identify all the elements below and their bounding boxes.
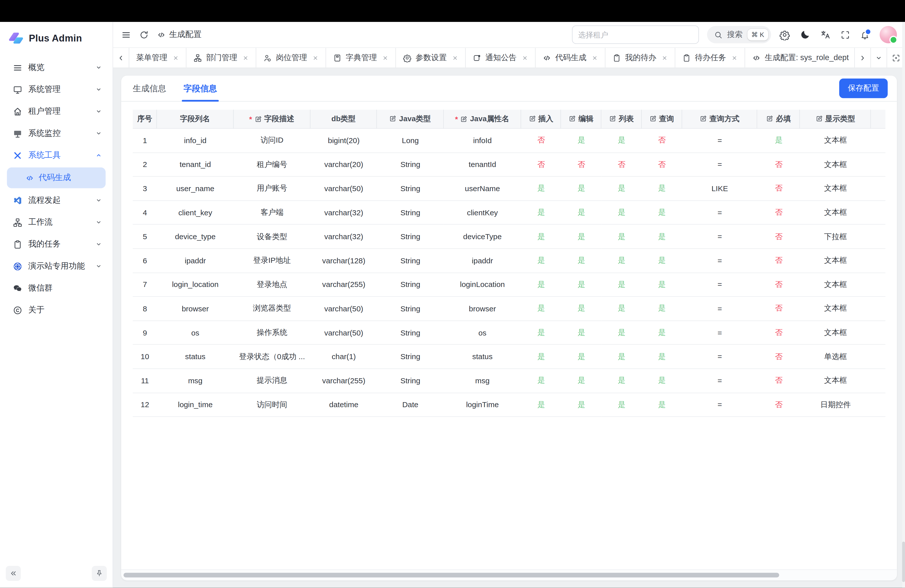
query-cell[interactable]: 是	[641, 249, 682, 273]
sidebar-item-system-tools[interactable]: 系统工具	[7, 145, 106, 166]
description-cell[interactable]: 客户端	[233, 201, 310, 224]
query-cell[interactable]: 否	[641, 129, 682, 153]
java-prop-cell[interactable]: status	[444, 345, 521, 369]
sidebar-item-about[interactable]: 关于	[7, 299, 106, 321]
edit-cell[interactable]: 是	[561, 321, 602, 345]
edit-cell[interactable]: 是	[561, 177, 602, 201]
display-type-cell[interactable]: 文本框	[800, 153, 871, 176]
sidebar-item-tenant-mgmt[interactable]: 租户管理	[7, 100, 106, 122]
query-method-cell[interactable]: =	[682, 225, 757, 249]
query-method-cell[interactable]: =	[682, 201, 757, 224]
list-cell[interactable]: 是	[602, 273, 641, 297]
global-search-button[interactable]: 搜索 ⌘ K	[707, 26, 771, 43]
list-cell[interactable]: 否	[602, 153, 641, 176]
edit-cell[interactable]: 是	[561, 249, 602, 273]
tab-menu-mgmt[interactable]: 菜单管理	[129, 48, 186, 68]
required-cell[interactable]: 否	[757, 225, 800, 249]
description-cell[interactable]: 访问时间	[233, 393, 310, 417]
edit-cell[interactable]: 是	[561, 273, 602, 297]
insert-cell[interactable]: 是	[521, 249, 561, 273]
query-cell[interactable]: 是	[641, 297, 682, 321]
java-prop-cell[interactable]: deviceType	[444, 225, 521, 249]
edit-cell[interactable]: 是	[561, 297, 602, 321]
description-cell[interactable]: 设备类型	[233, 225, 310, 249]
window-scrollbar-thumb[interactable]	[902, 542, 905, 582]
insert-cell[interactable]: 是	[521, 345, 561, 369]
display-type-cell[interactable]: 文本框	[800, 129, 871, 153]
dark-mode-moon-icon[interactable]	[800, 29, 810, 40]
java-prop-cell[interactable]: clientKey	[444, 201, 521, 224]
java-prop-cell[interactable]: browser	[444, 297, 521, 321]
required-cell[interactable]: 否	[757, 345, 800, 369]
description-cell[interactable]: 登录地点	[233, 273, 310, 297]
query-cell[interactable]: 是	[641, 225, 682, 249]
query-method-cell[interactable]: =	[682, 321, 757, 345]
description-cell[interactable]: 访问ID	[233, 129, 310, 153]
sidebar-collapse-button[interactable]	[6, 566, 21, 581]
save-config-button[interactable]: 保存配置	[839, 78, 888, 98]
tab-my-todo[interactable]: 我的待办	[605, 48, 675, 68]
display-type-cell[interactable]: 文本框	[800, 249, 871, 273]
insert-cell[interactable]: 是	[521, 201, 561, 224]
required-cell[interactable]: 否	[757, 249, 800, 273]
list-cell[interactable]: 是	[602, 345, 641, 369]
close-icon[interactable]	[522, 54, 528, 61]
java-prop-cell[interactable]: ipaddr	[444, 249, 521, 273]
tab-code-gen[interactable]: 代码生成	[536, 48, 606, 68]
refresh-icon[interactable]	[139, 30, 149, 40]
query-method-cell[interactable]: =	[682, 153, 757, 176]
java-type-cell[interactable]: String	[377, 369, 444, 393]
close-icon[interactable]	[242, 54, 249, 61]
window-scrollbar-track[interactable]	[902, 22, 905, 588]
display-type-cell[interactable]: 下拉框	[800, 225, 871, 249]
display-type-cell[interactable]: 文本框	[800, 177, 871, 201]
java-type-cell[interactable]: Date	[377, 393, 444, 417]
edit-cell[interactable]: 是	[561, 369, 602, 393]
query-method-cell[interactable]: =	[682, 393, 757, 417]
java-type-cell[interactable]: String	[377, 177, 444, 201]
settings-gear-icon[interactable]	[779, 29, 790, 40]
description-cell[interactable]: 提示消息	[233, 369, 310, 393]
close-icon[interactable]	[173, 54, 179, 61]
tabs-scroll-left-button[interactable]	[113, 48, 129, 68]
description-cell[interactable]: 登录IP地址	[233, 249, 310, 273]
query-cell[interactable]: 是	[641, 177, 682, 201]
sidebar-item-my-tasks[interactable]: 我的任务	[7, 234, 106, 255]
tab-field-info[interactable]: 字段信息	[184, 76, 217, 101]
tabs-dropdown-button[interactable]	[870, 48, 886, 68]
hamburger-menu-icon[interactable]	[121, 30, 131, 40]
list-cell[interactable]: 是	[602, 393, 641, 417]
query-cell[interactable]: 是	[641, 393, 682, 417]
language-translate-icon[interactable]	[820, 29, 830, 40]
java-prop-cell[interactable]: msg	[444, 369, 521, 393]
description-cell[interactable]: 用户账号	[233, 177, 310, 201]
horizontal-scrollbar[interactable]	[121, 569, 897, 580]
query-method-cell[interactable]: =	[682, 345, 757, 369]
java-prop-cell[interactable]: loginLocation	[444, 273, 521, 297]
java-type-cell[interactable]: String	[377, 345, 444, 369]
required-cell[interactable]: 否	[757, 297, 800, 321]
tenant-select-input[interactable]	[572, 25, 699, 44]
java-prop-cell[interactable]: tenantId	[444, 153, 521, 176]
required-cell[interactable]: 否	[757, 273, 800, 297]
list-cell[interactable]: 是	[602, 201, 641, 224]
query-cell[interactable]: 是	[641, 201, 682, 224]
tab-dict-mgmt[interactable]: 字典管理	[326, 48, 396, 68]
description-cell[interactable]: 浏览器类型	[233, 297, 310, 321]
list-cell[interactable]: 是	[602, 249, 641, 273]
required-cell[interactable]: 否	[757, 201, 800, 224]
insert-cell[interactable]: 是	[521, 225, 561, 249]
display-type-cell[interactable]: 文本框	[800, 297, 871, 321]
close-icon[interactable]	[661, 54, 668, 61]
java-type-cell[interactable]: Long	[377, 129, 444, 153]
tab-post-mgmt[interactable]: 岗位管理	[256, 48, 326, 68]
insert-cell[interactable]: 否	[521, 129, 561, 153]
close-icon[interactable]	[592, 54, 598, 61]
tab-param-settings[interactable]: 参数设置	[396, 48, 466, 68]
edit-cell[interactable]: 否	[561, 153, 602, 176]
java-type-cell[interactable]: String	[377, 225, 444, 249]
close-icon[interactable]	[312, 54, 319, 61]
java-prop-cell[interactable]: os	[444, 321, 521, 345]
required-cell[interactable]: 否	[757, 321, 800, 345]
sidebar-pin-button[interactable]	[92, 566, 107, 581]
